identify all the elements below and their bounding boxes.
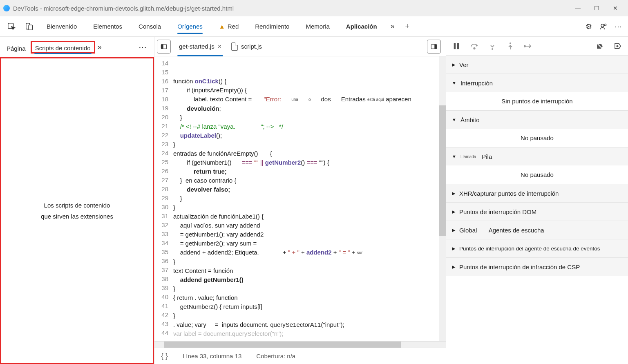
- tab-sources[interactable]: Orígenes: [169, 16, 211, 36]
- step-over-icon[interactable]: [470, 42, 479, 51]
- pretty-print-icon[interactable]: { }: [161, 352, 168, 360]
- callstack-header[interactable]: ▼LlamadaPila: [446, 147, 628, 165]
- svg-rect-10: [457, 43, 459, 49]
- svg-point-12: [492, 48, 493, 50]
- empty-line-2: que sirven las extensiones: [41, 213, 113, 220]
- watch-section: ▶Ver: [446, 56, 628, 74]
- dom-bp-section: ▶Puntos de interrupción DOM: [446, 203, 628, 221]
- nav-tab-content-scripts-label: Scripts de contenido: [35, 45, 91, 51]
- xhr-bp-section: ▶XHR/capturar puntos de interrupción: [446, 184, 628, 203]
- file-tab-active[interactable]: get-started.js ×: [175, 40, 226, 54]
- minimize-button[interactable]: —: [568, 2, 587, 15]
- nav-more-icon[interactable]: »: [98, 43, 102, 51]
- global-listeners-header[interactable]: ▶Global Agentes de escucha: [446, 221, 628, 239]
- settings-gear-icon[interactable]: ⚙: [581, 19, 596, 34]
- debug-toggle-button[interactable]: [427, 40, 441, 54]
- scope-label: Ámbito: [460, 116, 480, 123]
- step-icon[interactable]: [524, 42, 533, 51]
- scope-section: ▼Ámbito No pausado: [446, 111, 628, 147]
- tab-network[interactable]: ▲Red: [211, 16, 247, 36]
- more-tabs-icon[interactable]: »: [385, 19, 400, 34]
- svg-point-4: [604, 24, 606, 26]
- svg-point-14: [524, 45, 525, 47]
- dom-bp-header[interactable]: ▶Puntos de interrupción DOM: [446, 203, 628, 221]
- watch-header[interactable]: ▶Ver: [446, 56, 628, 74]
- inspect-tool[interactable]: [2, 16, 20, 36]
- breakpoints-label: Interrupción: [460, 80, 493, 87]
- expand-down-icon: ▼: [452, 117, 456, 122]
- add-tab-icon[interactable]: +: [400, 19, 415, 34]
- coverage-status: Cobertura: n/a: [256, 353, 295, 360]
- warning-icon: ▲: [219, 23, 225, 30]
- tab-memory-label: Memoria: [306, 23, 329, 30]
- nav-tab-content-scripts[interactable]: Scripts de contenido: [31, 41, 95, 54]
- no-breakpoints: Sin puntos de interrupción: [446, 92, 628, 110]
- expand-right-icon: ▶: [452, 62, 455, 67]
- tab-elements[interactable]: Elementos: [85, 16, 130, 36]
- vertical-scrollbar[interactable]: [439, 56, 446, 341]
- svg-rect-9: [454, 43, 456, 49]
- scope-header[interactable]: ▼Ámbito: [446, 111, 628, 129]
- file-tab-other-label: script.js: [241, 43, 262, 50]
- csp-bp-label: Puntos de interrupción de infracción de …: [459, 264, 580, 270]
- tab-network-label: Red: [228, 23, 239, 30]
- window-title: DevTools - microsoft-edge-chromium-devto…: [13, 5, 568, 12]
- main-tabbar: Bienvenido Elementos Consola Orígenes ▲R…: [0, 16, 628, 37]
- tab-performance[interactable]: Rendimiento: [247, 16, 297, 36]
- tab-application-label: Aplicación: [346, 23, 377, 30]
- callstack-pre: Llamada: [460, 154, 476, 159]
- expand-right-icon: ▶: [452, 209, 455, 214]
- code-editor[interactable]: 14 15 16 17 18 19 20 21 22 23 24 25 26 2…: [154, 56, 446, 341]
- nav-menu-icon[interactable]: ⋯: [134, 42, 152, 52]
- horizontal-scrollbar[interactable]: [154, 341, 446, 348]
- watch-label: Ver: [459, 61, 469, 68]
- expand-right-icon: ▶: [452, 264, 455, 270]
- xhr-bp-label: XHR/capturar puntos de interrupción: [459, 190, 559, 197]
- device-tool[interactable]: [20, 16, 38, 36]
- step-out-icon[interactable]: [506, 42, 515, 51]
- nav-tab-page[interactable]: Página: [2, 41, 30, 54]
- editor-pane: get-started.js × script.js 14 15 16 17 1…: [154, 37, 446, 364]
- step-into-icon[interactable]: [488, 42, 497, 51]
- svg-point-15: [617, 45, 619, 47]
- more-menu-icon[interactable]: ⋯: [611, 19, 626, 34]
- maximize-button[interactable]: ☐: [587, 2, 606, 15]
- pause-exceptions-icon[interactable]: [613, 42, 622, 51]
- tab-memory[interactable]: Memoria: [297, 16, 337, 36]
- breakpoints-section: ▼Interrupción Sin puntos de interrupción: [446, 74, 628, 111]
- nav-toggle-button[interactable]: [157, 40, 171, 54]
- tab-application[interactable]: Aplicación: [338, 16, 385, 36]
- csp-bp-section: ▶Puntos de interrupción de infracción de…: [446, 258, 628, 276]
- file-tab-other[interactable]: script.js: [227, 39, 266, 54]
- close-tab-icon[interactable]: ×: [218, 43, 221, 50]
- close-button[interactable]: ✕: [606, 2, 625, 15]
- dom-bp-label: Puntos de interrupción DOM: [459, 208, 536, 215]
- xhr-bp-header[interactable]: ▶XHR/capturar puntos de interrupción: [446, 184, 628, 202]
- listeners-label: Agentes de escucha: [489, 227, 544, 234]
- titlebar: DevTools - microsoft-edge-chromium-devto…: [0, 0, 628, 16]
- tab-welcome[interactable]: Bienvenido: [38, 16, 85, 36]
- tab-console[interactable]: Consola: [130, 16, 169, 36]
- code-content: función onC1ick() { if (inputsAreEmpty()…: [172, 56, 446, 341]
- csp-bp-header[interactable]: ▶Puntos de interrupción de infracción de…: [446, 258, 628, 276]
- debugger-pane: ▶Ver ▼Interrupción Sin puntos de interru…: [446, 37, 628, 364]
- debugger-toolbar: [446, 37, 628, 56]
- deactivate-bp-icon[interactable]: [595, 42, 604, 51]
- pause-icon[interactable]: [452, 42, 461, 51]
- event-bp-header[interactable]: ▶Puntos de interrupción del agente de es…: [446, 239, 628, 257]
- tab-performance-label: Rendimiento: [255, 23, 289, 30]
- line-gutter: 14 15 16 17 18 19 20 21 22 23 24 25 26 2…: [154, 56, 172, 341]
- sources-navigator: Página Scripts de contenido » ⋯ Los scri…: [0, 37, 154, 364]
- v-scroll-thumb[interactable]: [439, 105, 446, 236]
- h-scroll-thumb[interactable]: [164, 342, 401, 348]
- global-listeners-section: ▶Global Agentes de escucha: [446, 221, 628, 239]
- file-tabbar: get-started.js × script.js: [154, 37, 446, 56]
- expand-right-icon: ▶: [452, 228, 455, 233]
- expand-down-icon: ▼: [452, 80, 456, 85]
- feedback-icon[interactable]: [596, 19, 611, 34]
- empty-line-1: Los scripts de contenido: [44, 202, 110, 209]
- edge-logo: [3, 5, 10, 11]
- editor-statusbar: { } Línea 33, columna 13 Cobertura: n/a: [154, 348, 446, 364]
- breakpoints-header[interactable]: ▼Interrupción: [446, 74, 628, 92]
- tab-sources-label: Orígenes: [177, 23, 203, 30]
